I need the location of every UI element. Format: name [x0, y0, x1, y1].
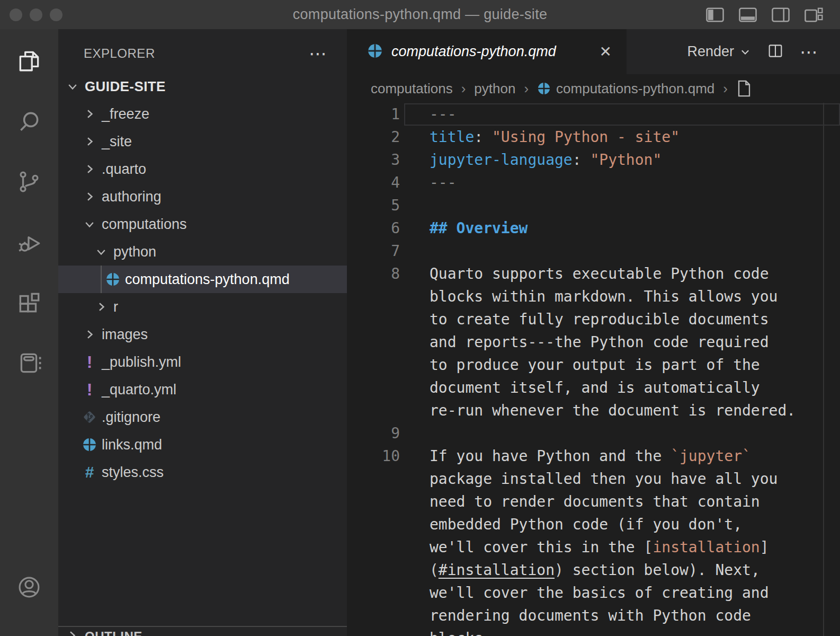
tree-item-guide-site[interactable]: GUIDE-SITE	[58, 73, 347, 100]
code-line-6[interactable]: ## Overview	[430, 217, 840, 240]
code-line-wrap[interactable]: embedded Python code (if you don't,	[430, 513, 840, 536]
breadcrumb-item-computations[interactable]: computations	[371, 81, 453, 97]
tab-computations-python[interactable]: computations-python.qmd ✕	[347, 29, 627, 74]
line-number-wrap	[347, 399, 400, 422]
line-number-2[interactable]: 2	[347, 126, 400, 148]
code-line-2[interactable]: title: "Using Python - site"	[430, 126, 840, 148]
search-icon[interactable]	[16, 108, 42, 135]
code-line-wrap[interactable]: we'll cover the basics of creating and	[430, 581, 840, 604]
tree-item-authoring[interactable]: authoring	[58, 183, 347, 210]
tree-item-r[interactable]: r	[58, 293, 347, 321]
breadcrumb-item-file[interactable]: computations-python.qmd	[537, 81, 714, 97]
line-number-4[interactable]: 4	[347, 171, 400, 194]
chevron-down-icon	[83, 218, 96, 231]
breadcrumb-item-python[interactable]: python	[474, 81, 515, 97]
code-segment: jupyter-language	[430, 151, 573, 169]
close-tab-icon[interactable]: ✕	[600, 43, 612, 60]
code-line-wrap[interactable]: to produce your output is part of the	[430, 354, 840, 376]
tree-item-label: _site	[102, 134, 132, 150]
quarto-file-icon	[82, 437, 97, 452]
line-number-7[interactable]: 7	[347, 240, 400, 262]
code-line-wrap[interactable]: re-run whenever the document is rendered…	[430, 399, 840, 422]
source-control-icon[interactable]	[16, 169, 42, 195]
line-number-3[interactable]: 3	[347, 148, 400, 171]
code-editor[interactable]: 12345678910 ---title: "Using Python - si…	[347, 103, 840, 636]
tree-item--publish-yml[interactable]: !_publish.yml	[58, 348, 347, 376]
code-segment	[582, 151, 591, 169]
code-line-10[interactable]: If you have Python and the `jupyter`	[430, 445, 840, 467]
line-number-8[interactable]: 8	[347, 262, 400, 285]
breadcrumb-symbol-icon[interactable]	[736, 80, 752, 98]
code-segment: Quarto supports executable Python code	[430, 265, 769, 282]
explorer-icon[interactable]	[16, 48, 42, 74]
render-button[interactable]: Render	[687, 43, 751, 60]
code-line-wrap[interactable]: document itself, and is automatically	[430, 376, 840, 399]
code-line-wrap[interactable]: and reports---the Python code required	[430, 331, 840, 354]
toggle-primary-sidebar-icon[interactable]	[705, 6, 725, 23]
code-content[interactable]: ---title: "Using Python - site"jupyter-l…	[430, 103, 840, 636]
split-editor-icon[interactable]	[767, 42, 784, 61]
chevron-right-icon	[83, 135, 96, 148]
tree-item-python[interactable]: python	[58, 238, 347, 266]
code-line-wrap[interactable]: (#installation) section below). Next,	[430, 559, 840, 581]
quarto-file-icon	[105, 272, 120, 287]
code-line-1[interactable]: ---	[430, 103, 840, 126]
line-number-5[interactable]: 5	[347, 194, 400, 217]
code-segment: :	[474, 128, 483, 146]
code-line-8[interactable]: Quarto supports executable Python code	[430, 262, 840, 285]
code-line-wrap[interactable]: to create fully reproducible documents	[430, 308, 840, 331]
line-number-9[interactable]: 9	[347, 422, 400, 445]
code-line-3[interactable]: jupyter-language: "Python"	[430, 148, 840, 171]
code-line-wrap[interactable]: package installed then you have all you	[430, 467, 840, 490]
line-number-wrap	[347, 331, 400, 354]
tree-item--site[interactable]: _site	[58, 128, 347, 155]
code-line-wrap[interactable]: need to render documents that contain	[430, 490, 840, 513]
line-number-wrap	[347, 354, 400, 376]
tree-item--quarto[interactable]: .quarto	[58, 155, 347, 183]
extensions-icon[interactable]	[16, 289, 42, 316]
line-number-10[interactable]: 10	[347, 445, 400, 467]
code-segment: #installation	[439, 561, 555, 579]
css-file-icon: #	[85, 463, 94, 481]
quarto-file-icon	[367, 43, 383, 61]
code-line-4[interactable]: ---	[430, 171, 840, 194]
line-number-gutter[interactable]: 12345678910	[347, 103, 400, 636]
code-line-9[interactable]	[430, 422, 840, 445]
settings-gear-icon[interactable]	[16, 632, 42, 636]
tree-item-computations[interactable]: computations	[58, 210, 347, 238]
code-line-wrap[interactable]: rendering documents with Python code	[430, 604, 840, 627]
line-number-6[interactable]: 6	[347, 217, 400, 240]
toggle-secondary-sidebar-icon[interactable]	[771, 6, 790, 23]
customize-layout-icon[interactable]	[804, 6, 823, 23]
line-number-1[interactable]: 1	[347, 103, 400, 126]
quarto-file-icon	[537, 82, 551, 95]
explorer-title: EXPLORER	[84, 46, 155, 61]
code-line-wrap[interactable]: we'll cover this in the [installation]	[430, 536, 840, 559]
code-segment: :	[573, 151, 582, 169]
code-line-wrap[interactable]: blocks within markdown. This allows you	[430, 285, 840, 308]
chevron-right-icon	[83, 108, 96, 120]
tree-item-links-qmd[interactable]: links.qmd	[58, 431, 347, 458]
editor-more-actions-icon[interactable]: ⋯	[800, 41, 820, 63]
account-icon[interactable]	[16, 574, 42, 600]
outline-section-header[interactable]: OUTLINE	[58, 626, 347, 636]
line-number-wrap	[347, 308, 400, 331]
code-segment: document itself, and is automatically	[430, 379, 760, 396]
code-line-5[interactable]	[430, 194, 840, 217]
tree-item-images[interactable]: images	[58, 321, 347, 348]
code-segment: title	[430, 128, 474, 146]
code-segment: ---	[430, 105, 457, 123]
run-and-debug-icon[interactable]	[16, 229, 42, 255]
notebook-icon[interactable]	[16, 350, 42, 376]
code-line-7[interactable]	[430, 240, 840, 262]
breadcrumb: computations › python › computations-pyt…	[347, 74, 840, 103]
toggle-panel-icon[interactable]	[738, 6, 757, 23]
tree-item-styles-css[interactable]: #styles.css	[58, 458, 347, 486]
tree-item--quarto-yml[interactable]: !_quarto.yml	[58, 376, 347, 403]
tree-item--gitignore[interactable]: .gitignore	[58, 403, 347, 431]
code-segment: )	[555, 561, 564, 579]
tree-item--freeze[interactable]: _freeze	[58, 100, 347, 128]
explorer-more-actions-icon[interactable]: ⋯	[309, 48, 327, 59]
code-line-wrap[interactable]: blocks.	[430, 627, 840, 636]
tree-item-computations-python-qmd[interactable]: computations-python.qmd	[58, 266, 347, 293]
